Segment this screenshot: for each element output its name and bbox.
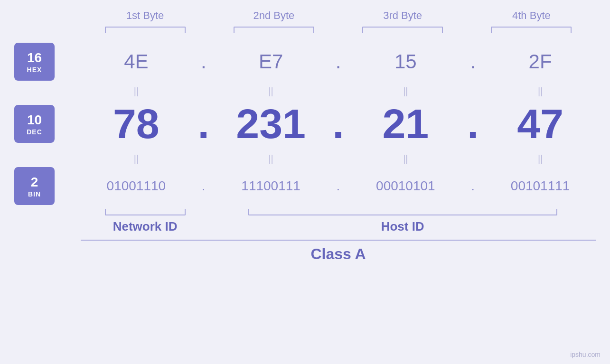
hex-row: 16 HEX 4E . E7 . 15 . 2F xyxy=(14,43,596,81)
bracket-cell-4 xyxy=(467,27,596,33)
bracket-cell-1 xyxy=(81,27,209,33)
bracket-cell-3 xyxy=(338,27,467,33)
top-bracket-3 xyxy=(362,27,443,33)
class-section: Class A xyxy=(14,240,596,263)
bottom-brackets-row xyxy=(81,209,596,215)
main-container: 1st Byte 2nd Byte 3rd Byte 4th Byte 16 H… xyxy=(0,0,610,364)
dec-data-row: 78 . 231 . 21 . 47 xyxy=(81,100,596,148)
hex-val-2: E7 xyxy=(216,50,327,73)
dec-dot-2: . xyxy=(327,100,350,148)
network-id-label: Network ID xyxy=(81,219,209,234)
bin-dot-3: . xyxy=(461,178,485,194)
dec-dot-1: . xyxy=(192,100,216,148)
eq2-cell-4: || xyxy=(485,153,596,164)
bin-val-3: 00010101 xyxy=(350,178,461,194)
equals-row-2: || || || || xyxy=(14,150,596,167)
hex-base-label: HEX xyxy=(27,66,42,74)
top-bracket-4 xyxy=(491,27,572,33)
top-bracket-2 xyxy=(234,27,314,33)
eq1-cell-2: || xyxy=(216,86,327,97)
dec-val-4: 47 xyxy=(485,103,596,145)
bin-val-1: 01001110 xyxy=(81,178,192,194)
bin-data-row: 01001110 . 11100111 . 00010101 . 0010111… xyxy=(81,178,596,194)
bottom-brackets-section: Network ID Host ID xyxy=(14,209,596,234)
eq1-cell-3: || xyxy=(350,86,461,97)
dec-row: 10 DEC 78 . 231 . 21 . 47 xyxy=(14,100,596,148)
hex-val-1: 4E xyxy=(81,50,192,73)
hex-dot-3: . xyxy=(461,50,485,73)
eq2-data-row: || || || || xyxy=(81,153,596,164)
byte3-header: 3rd Byte xyxy=(338,9,467,22)
bin-dot-1: . xyxy=(192,178,216,194)
host-id-label: Host ID xyxy=(209,219,596,234)
bin-val-2: 11100111 xyxy=(216,178,327,194)
bin-dot-2: . xyxy=(327,178,350,194)
eq1-cell-1: || xyxy=(81,86,192,97)
dec-val-1: 78 xyxy=(81,103,192,145)
byte2-header: 2nd Byte xyxy=(209,9,338,22)
hex-badge: 16 HEX xyxy=(14,43,55,81)
bin-row: 2 BIN 01001110 . 11100111 . 00010101 . 0… xyxy=(14,167,596,205)
bin-label-col: 2 BIN xyxy=(14,167,81,205)
class-bracket-line xyxy=(81,240,596,241)
hex-val-3: 15 xyxy=(350,50,461,73)
dec-base-number: 10 xyxy=(27,112,42,128)
class-label: Class A xyxy=(81,245,596,263)
eq2-cell-3: || xyxy=(350,153,461,164)
bin-base-label: BIN xyxy=(28,190,41,198)
hex-dot-1: . xyxy=(192,50,216,73)
dec-val-2: 231 xyxy=(216,103,327,145)
hex-base-number: 16 xyxy=(27,50,42,66)
eq2-cell-1: || xyxy=(81,153,192,164)
dec-base-label: DEC xyxy=(27,128,42,136)
host-id-bracket xyxy=(248,209,557,215)
dec-label-col: 10 DEC xyxy=(14,105,81,143)
bracket-cell-2 xyxy=(209,27,338,33)
bin-val-4: 00101111 xyxy=(485,178,596,194)
dec-dot-3: . xyxy=(461,100,485,148)
byte1-header: 1st Byte xyxy=(81,9,209,22)
equals-row-1: || || || || xyxy=(14,83,596,100)
byte-headers-row: 1st Byte 2nd Byte 3rd Byte 4th Byte xyxy=(14,9,596,22)
top-brackets xyxy=(14,27,596,33)
host-bracket-cell xyxy=(209,209,596,215)
bin-badge: 2 BIN xyxy=(14,167,55,205)
bracket-labels-row: Network ID Host ID xyxy=(81,219,596,234)
byte4-header: 4th Byte xyxy=(467,9,596,22)
eq1-cell-4: || xyxy=(485,86,596,97)
hex-data-row: 4E . E7 . 15 . 2F xyxy=(81,50,596,73)
top-bracket-1 xyxy=(105,27,186,33)
hex-dot-2: . xyxy=(327,50,350,73)
watermark: ipshu.com xyxy=(570,351,601,358)
eq1-data-row: || || || || xyxy=(81,86,596,97)
network-bracket-cell xyxy=(81,209,209,215)
hex-val-4: 2F xyxy=(485,50,596,73)
network-id-bracket xyxy=(105,209,186,215)
dec-val-3: 21 xyxy=(350,103,461,145)
dec-badge: 10 DEC xyxy=(14,105,55,143)
eq2-cell-2: || xyxy=(216,153,327,164)
hex-label-col: 16 HEX xyxy=(14,43,81,81)
bin-base-number: 2 xyxy=(31,174,38,190)
